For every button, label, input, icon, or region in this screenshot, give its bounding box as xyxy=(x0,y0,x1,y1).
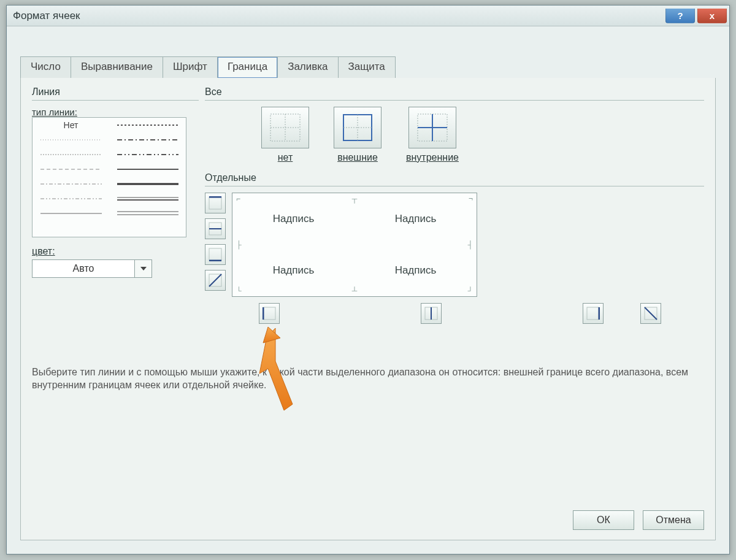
line-style-opt[interactable] xyxy=(109,191,186,206)
line-style-opt[interactable] xyxy=(33,206,109,221)
line-style-opt[interactable] xyxy=(109,147,186,162)
preview-cell: Надпись xyxy=(232,193,355,245)
svg-line-32 xyxy=(209,274,221,286)
line-style-picker[interactable]: Нет xyxy=(32,117,186,237)
line-section: Линия тип линии: Нет xyxy=(32,86,199,278)
border-left-icon xyxy=(263,307,276,320)
line-style-opt[interactable] xyxy=(33,147,109,162)
preview-cell: Надпись xyxy=(355,193,477,245)
border-bottom-icon xyxy=(209,248,222,261)
border-diagup-icon xyxy=(209,274,222,287)
tab-fill[interactable]: Заливка xyxy=(277,56,338,79)
ok-button[interactable]: ОК xyxy=(573,510,634,530)
tab-border[interactable]: Граница xyxy=(217,56,278,79)
help-button[interactable]: ? xyxy=(665,9,695,23)
tab-number[interactable]: Число xyxy=(20,56,71,79)
line-style-opt[interactable] xyxy=(109,206,186,221)
line-group-label: Линия xyxy=(32,86,199,98)
presets-group-label: Все xyxy=(205,86,704,98)
tab-protection[interactable]: Защита xyxy=(338,56,396,79)
titlebar: Формат ячеек ? х xyxy=(7,6,729,26)
cancel-button[interactable]: Отмена xyxy=(643,510,704,530)
line-style-opt[interactable] xyxy=(109,162,186,177)
tab-panel-border: Линия тип линии: Нет xyxy=(20,78,716,540)
line-style-opt[interactable] xyxy=(109,132,186,147)
preview-cell: Надпись xyxy=(355,245,477,296)
border-right-icon xyxy=(586,307,600,320)
border-top-icon xyxy=(209,196,222,210)
preset-none-button[interactable] xyxy=(261,107,309,148)
dropdown-arrow-icon[interactable] xyxy=(135,259,152,278)
line-color-label: цвет: xyxy=(32,246,199,257)
border-diag-up-button[interactable] xyxy=(205,270,226,291)
line-color-value: Авто xyxy=(32,259,135,278)
border-none-icon xyxy=(270,113,301,142)
border-left-button[interactable] xyxy=(259,303,280,324)
border-inside-h-button[interactable] xyxy=(205,218,226,239)
tabstrip: Число Выравнивание Шрифт Граница Заливка… xyxy=(20,56,716,79)
border-insidev-icon xyxy=(424,307,438,320)
tab-font[interactable]: Шрифт xyxy=(163,56,218,79)
individual-group-label: Отдельные xyxy=(205,172,704,183)
line-style-opt[interactable] xyxy=(33,191,109,206)
individual-section: Отдельные xyxy=(205,172,704,324)
border-outline-icon xyxy=(342,113,373,142)
preset-outline-button[interactable] xyxy=(334,107,381,148)
svg-rect-37 xyxy=(587,307,599,320)
tab-alignment[interactable]: Выравнивание xyxy=(71,56,163,79)
line-style-none[interactable]: Нет xyxy=(33,118,109,132)
border-preview[interactable]: Надпись Надпись Надпись Надпись ⌐¬ └┘ ┬┴… xyxy=(232,193,477,297)
border-inside-v-button[interactable] xyxy=(421,303,442,324)
presets-section: Все нет xyxy=(205,86,704,163)
line-style-opt[interactable] xyxy=(33,177,109,191)
svg-rect-33 xyxy=(263,307,275,320)
help-text: Выберите тип линии и с помощью мыши укаж… xyxy=(32,366,704,392)
border-insideh-icon xyxy=(209,222,222,236)
preset-none-label: нет xyxy=(278,152,293,163)
line-style-opt[interactable] xyxy=(33,132,109,147)
dialog-format-cells: Формат ячеек ? х Число Выравнивание Шриф… xyxy=(6,5,730,554)
svg-rect-29 xyxy=(209,248,221,261)
preset-inside-label: внутренние xyxy=(406,152,459,163)
window-title: Формат ячеек xyxy=(13,10,80,22)
border-inside-icon xyxy=(417,113,448,142)
line-style-opt[interactable] xyxy=(109,118,186,132)
preset-inside-button[interactable] xyxy=(408,107,456,148)
svg-rect-25 xyxy=(209,197,221,209)
line-style-opt[interactable] xyxy=(33,162,109,177)
preset-outline-label: внешние xyxy=(337,152,378,163)
border-right-button[interactable] xyxy=(583,303,604,324)
border-diagdown-icon xyxy=(644,307,657,320)
line-style-label: тип линии: xyxy=(32,107,199,117)
svg-line-40 xyxy=(645,307,657,320)
border-top-button[interactable] xyxy=(205,193,226,213)
line-color-picker[interactable]: Авто xyxy=(32,259,152,278)
preview-cell: Надпись xyxy=(232,245,355,296)
line-style-opt[interactable] xyxy=(109,177,186,191)
border-bottom-button[interactable] xyxy=(205,244,226,265)
border-diag-down-button[interactable] xyxy=(640,303,661,324)
close-button[interactable]: х xyxy=(697,9,727,23)
svg-marker-15 xyxy=(140,267,147,270)
